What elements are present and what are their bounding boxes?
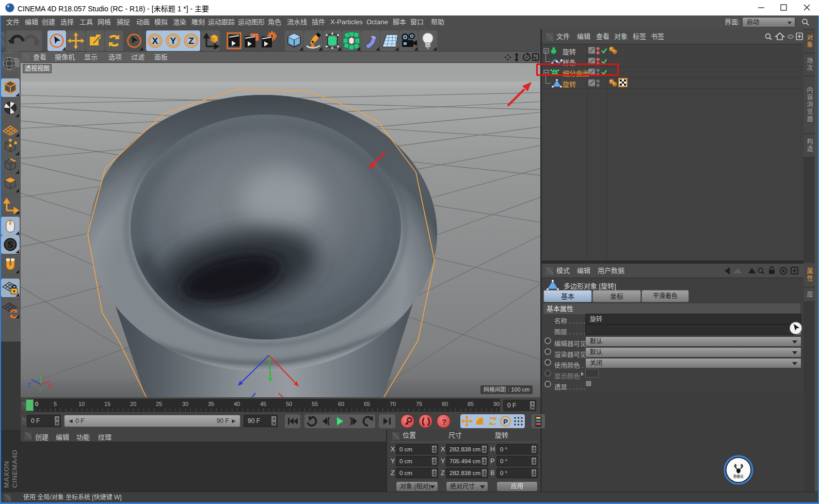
svg-text:Y: Y — [170, 36, 176, 46]
svg-text:S: S — [8, 240, 13, 249]
svg-text:?: ? — [442, 417, 446, 426]
svg-text:X: X — [49, 382, 53, 389]
svg-text:X: X — [152, 36, 158, 46]
svg-text:Y: Y — [38, 386, 42, 394]
svg-text:野鹿志: 野鹿志 — [733, 474, 744, 479]
svg-text:P: P — [503, 418, 508, 426]
svg-text:Z: Z — [27, 382, 31, 389]
svg-text:Z: Z — [188, 36, 194, 46]
